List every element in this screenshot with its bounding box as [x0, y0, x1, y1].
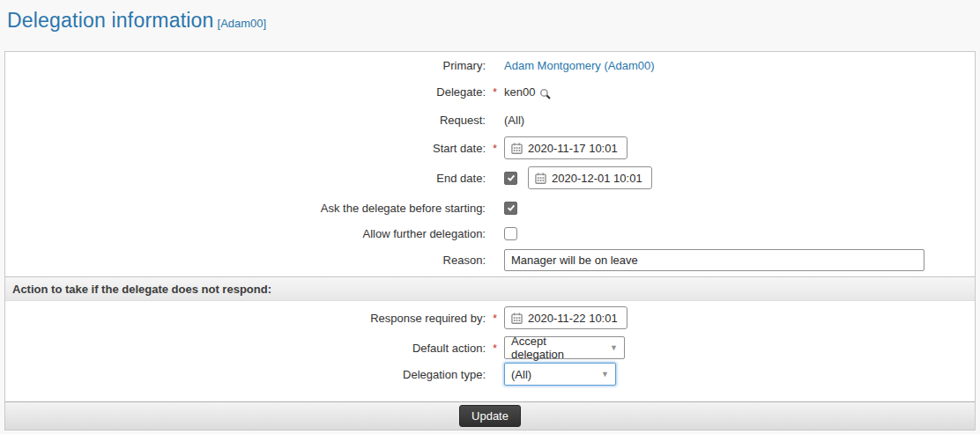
end-date-checkbox[interactable] [504, 172, 517, 185]
request-value: (All) [504, 114, 524, 127]
delegation-type-value: (All) [511, 368, 531, 381]
chevron-down-icon: ▼ [601, 370, 609, 379]
default-action-value: Accept delegation [511, 335, 601, 361]
start-date-label: Start date: [5, 142, 486, 155]
row-ask-before-starting: Ask the delegate before starting: [5, 195, 975, 221]
default-action-select[interactable]: Accept delegation ▼ [504, 336, 625, 359]
response-required-value: 2020-11-22 10:01 [528, 312, 618, 325]
reason-label: Reason: [5, 254, 486, 267]
calendar-icon [511, 313, 523, 324]
delegation-form-panel: Primary: Adam Montgomery (Adam00) Delega… [4, 51, 976, 430]
end-date-value: 2020-12-01 10:01 [552, 172, 642, 185]
row-allow-further-delegation: Allow further delegation: [5, 221, 975, 246]
row-primary: Primary: Adam Montgomery (Adam00) [5, 52, 975, 79]
row-start-date: Start date: * 2020-11-17 10:01 [5, 135, 975, 161]
row-reason: Reason: [5, 246, 975, 274]
update-button[interactable]: Update [459, 405, 521, 427]
calendar-icon [511, 143, 523, 154]
chevron-down-icon: ▼ [610, 343, 618, 352]
default-action-asterisk: * [486, 342, 504, 355]
row-delegation-type: Delegation type: (All) ▼ [5, 361, 975, 387]
primary-label: Primary: [5, 59, 486, 72]
response-required-label: Response required by: [5, 312, 486, 325]
delegate-label: Delegate: [5, 85, 486, 99]
delegation-type-label: Delegation type: [5, 368, 486, 381]
row-default-action: Default action: * Accept delegation ▼ [5, 335, 975, 361]
start-date-input[interactable]: 2020-11-17 10:01 [504, 136, 627, 159]
start-date-required-asterisk: * [486, 142, 504, 155]
page-title: Delegation information [7, 9, 214, 32]
allow-further-label: Allow further delegation: [5, 227, 486, 240]
end-date-input[interactable]: 2020-12-01 10:01 [528, 166, 652, 189]
delegation-type-select[interactable]: (All) ▼ [504, 363, 616, 386]
ask-before-checkbox[interactable] [504, 202, 517, 215]
section-header-no-response: Action to take if the delegate does not … [5, 276, 975, 301]
end-date-label: End date: [5, 172, 486, 185]
reason-input[interactable] [504, 249, 924, 271]
request-label: Request: [5, 114, 486, 127]
primary-user-link[interactable]: Adam Montgomery (Adam00) [504, 59, 655, 72]
row-end-date: End date: 2020-12 [5, 161, 975, 195]
page-header: Delegation information[Adam00] [0, 0, 980, 51]
allow-further-checkbox[interactable] [504, 227, 517, 240]
delegate-value: ken00 [504, 85, 535, 99]
row-response-required-by: Response required by: * 2020-11-22 10:01 [5, 301, 975, 335]
page-title-reference: [Adam00] [218, 17, 267, 30]
spacer [5, 387, 975, 401]
delegate-required-asterisk: * [486, 85, 504, 99]
search-icon[interactable] [539, 88, 552, 100]
calendar-icon [535, 173, 546, 184]
footer-action-bar: Update [5, 401, 975, 430]
response-required-asterisk: * [486, 312, 504, 325]
row-delegate: Delegate: * ken00 [5, 79, 975, 105]
row-request: Request: (All) [5, 105, 975, 135]
response-required-input[interactable]: 2020-11-22 10:01 [504, 306, 627, 329]
start-date-value: 2020-11-17 10:01 [528, 142, 618, 155]
ask-before-label: Ask the delegate before starting: [5, 202, 486, 215]
default-action-label: Default action: [5, 342, 486, 355]
